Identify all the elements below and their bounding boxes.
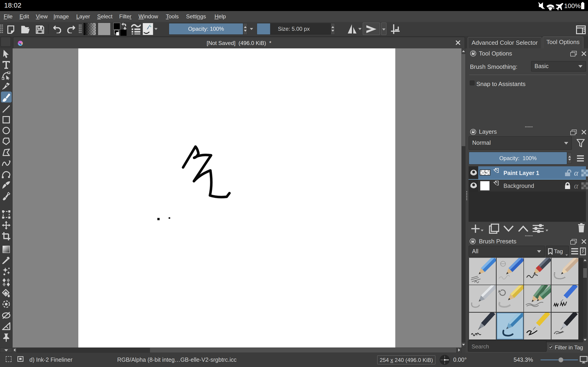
svg-text:100%: 100% — [564, 2, 581, 9]
